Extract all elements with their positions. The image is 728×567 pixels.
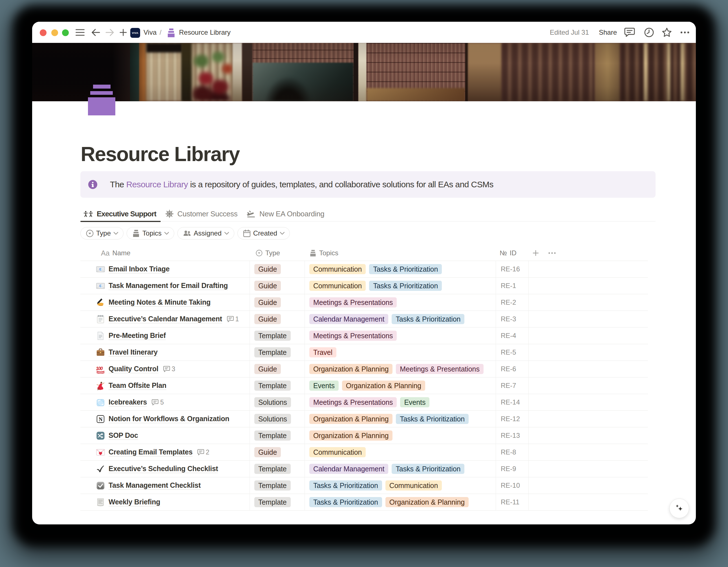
svg-text:N: N	[99, 417, 103, 422]
svg-text:E: E	[99, 267, 102, 271]
svg-text:E: E	[99, 284, 102, 288]
svg-text:100: 100	[96, 366, 103, 371]
